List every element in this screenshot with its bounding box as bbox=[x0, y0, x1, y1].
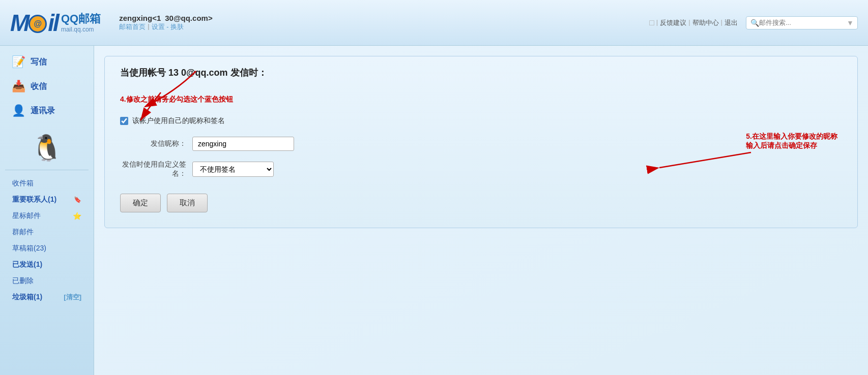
signature-select[interactable]: 不使用签名 签名1 签名2 bbox=[192, 162, 274, 177]
logo-m: M bbox=[10, 11, 28, 35]
header-left: M @ il QQ邮箱 mail.qq.com zengxing<1 30@qq… bbox=[10, 11, 213, 35]
form-title: 当使用帐号 13 0@qq.com 发信时： bbox=[120, 67, 842, 85]
main-layout: 📝 写信 📥 收信 👤 通讯录 🐧 bbox=[0, 46, 868, 375]
form-card: 当使用帐号 13 0@qq.com 发信时： 4.修改之前请务必勾选这个蓝色按钮 bbox=[104, 56, 858, 228]
bookmark-icon: 🔖 bbox=[74, 196, 81, 203]
content-area: 当使用帐号 13 0@qq.com 发信时： 4.修改之前请务必勾选这个蓝色按钮 bbox=[94, 46, 868, 375]
user-name: zengxing<1 bbox=[119, 14, 161, 22]
search-box[interactable]: 🔍 ▼ bbox=[746, 16, 858, 29]
sidebar-nav-deleted[interactable]: 已删除 bbox=[5, 273, 89, 289]
user-email: 30@qq.com> bbox=[165, 14, 212, 22]
nav-home-link[interactable]: 邮箱首页 bbox=[119, 22, 146, 32]
receive-icon: 📥 bbox=[11, 79, 25, 93]
write-label: 写信 bbox=[31, 57, 47, 68]
search-icon: 🔍 bbox=[750, 19, 759, 27]
logo-qq-text: QQ邮箱 bbox=[61, 12, 101, 25]
logo: M @ il QQ邮箱 mail.qq.com bbox=[10, 11, 101, 35]
sidebar-nav-starred[interactable]: 星标邮件 ⭐ bbox=[5, 208, 89, 224]
feedback-link[interactable]: 反馈建议 bbox=[660, 18, 686, 27]
sidebar: 📝 写信 📥 收信 👤 通讯录 🐧 bbox=[0, 46, 94, 375]
header-right: □ | 反馈建议 | 帮助中心 | 退出 🔍 ▼ bbox=[649, 16, 858, 29]
sidebar-nav-spam[interactable]: 垃圾箱(1) [清空] bbox=[5, 289, 89, 305]
signature-label: 发信时使用自定义签名： bbox=[120, 160, 186, 178]
cancel-button[interactable]: 取消 bbox=[167, 194, 208, 212]
penguin-mascot: 🐧 bbox=[0, 128, 94, 168]
logo-qq-block: QQ邮箱 mail.qq.com bbox=[61, 12, 101, 33]
nickname-row: 发信昵称： bbox=[120, 137, 842, 151]
sidebar-item-write[interactable]: 📝 写信 bbox=[5, 50, 89, 74]
confirm-button[interactable]: 确定 bbox=[120, 194, 161, 212]
checkbox-row: 该帐户使用自己的昵称和签名 bbox=[120, 116, 842, 126]
nickname-label: 发信昵称： bbox=[120, 139, 186, 148]
sidebar-nav-sent[interactable]: 已发送(1) bbox=[5, 257, 89, 273]
mobile-icon: □ bbox=[649, 18, 654, 27]
sidebar-nav-drafts[interactable]: 草稿箱(23) bbox=[5, 240, 89, 257]
header: M @ il QQ邮箱 mail.qq.com zengxing<1 30@qq… bbox=[0, 0, 868, 46]
sidebar-item-receive[interactable]: 📥 收信 bbox=[5, 74, 89, 99]
penguin-icon: 🐧 bbox=[31, 134, 63, 162]
sidebar-nav-inbox[interactable]: 收件箱 bbox=[5, 175, 89, 192]
clear-spam-link[interactable]: [清空] bbox=[64, 293, 81, 302]
sidebar-divider bbox=[5, 170, 89, 170]
contacts-label: 通讯录 bbox=[31, 106, 55, 116]
sidebar-nav-group[interactable]: 群邮件 bbox=[5, 224, 89, 240]
receive-label: 收信 bbox=[31, 81, 47, 92]
nav-settings-link[interactable]: 设置 - 换肤 bbox=[152, 22, 184, 32]
nickname-input[interactable] bbox=[192, 137, 294, 151]
search-dropdown-icon[interactable]: ▼ bbox=[847, 19, 854, 27]
search-input[interactable] bbox=[759, 19, 845, 26]
contacts-icon: 👤 bbox=[11, 104, 25, 118]
header-user: zengxing<1 30@qq.com> 邮箱首页 | 设置 - 换肤 bbox=[119, 14, 213, 32]
form-buttons: 确定 取消 bbox=[120, 194, 842, 212]
logo-circle: @ bbox=[28, 15, 47, 33]
help-link[interactable]: 帮助中心 bbox=[692, 18, 719, 27]
star-icon: ⭐ bbox=[73, 212, 81, 220]
use-nickname-checkbox[interactable] bbox=[120, 117, 128, 125]
logo-qq-sub: mail.qq.com bbox=[61, 26, 101, 33]
arrow-1 bbox=[130, 90, 191, 126]
logo-il: il bbox=[48, 11, 58, 35]
sidebar-nav: 收件箱 重要联系人(1) 🔖 星标邮件 ⭐ 群邮件 草稿箱(23) 已发送(1)… bbox=[0, 172, 94, 308]
sidebar-item-contacts[interactable]: 👤 通讯录 bbox=[5, 99, 89, 123]
sidebar-nav-important-contacts[interactable]: 重要联系人(1) 🔖 bbox=[5, 192, 89, 208]
header-user-links: 邮箱首页 | 设置 - 换肤 bbox=[119, 22, 213, 32]
write-icon: 📝 bbox=[11, 55, 25, 69]
sidebar-actions: 📝 写信 📥 收信 👤 通讯录 bbox=[0, 50, 94, 128]
signature-row: 发信时使用自定义签名： 不使用签名 签名1 签名2 bbox=[120, 160, 842, 178]
logout-link[interactable]: 退出 bbox=[725, 18, 738, 27]
top-nav-links: □ | 反馈建议 | 帮助中心 | 退出 bbox=[649, 18, 738, 27]
